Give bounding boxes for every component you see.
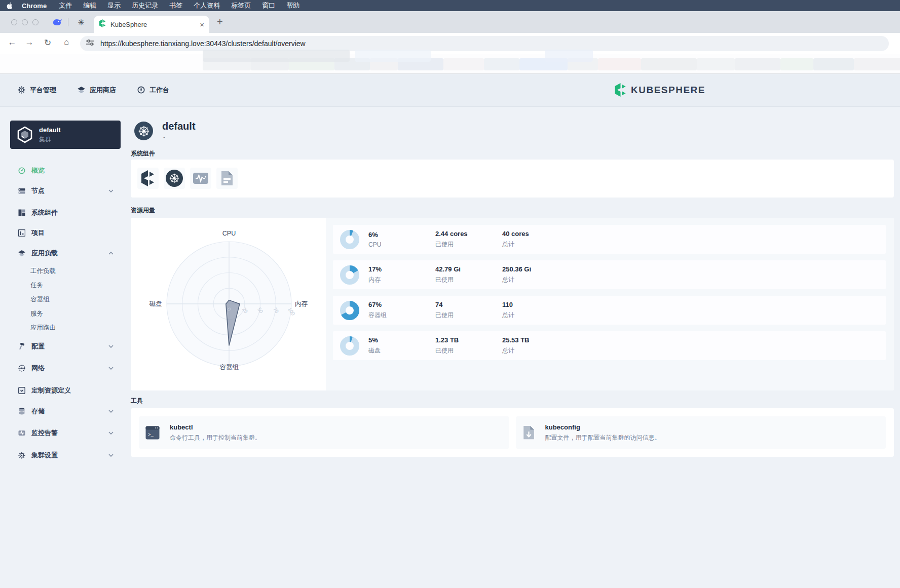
chrome-toolbar: ← → ↻ ⌂ [0,33,900,54]
menubar-item-edit[interactable]: 编辑 [83,1,96,10]
workloads-layers-icon [18,249,26,257]
sidebar-item-label: 监控告警 [31,428,58,438]
tab-title: KubeSphere [110,21,197,28]
nav-workbench-label: 工作台 [149,86,169,95]
kubeconfig-tool[interactable]: kubeconfig 配置文件，用于配置当前集群的访问信息。 [516,416,886,449]
sidebar-item-label: 项目 [31,228,45,238]
menubar-item-bookmarks[interactable]: 书签 [169,1,182,10]
forward-icon[interactable]: → [23,37,35,48]
nodes-icon [18,187,26,195]
system-components-card [131,160,894,198]
pods-label: 容器组 [368,311,435,320]
menubar-item-file[interactable]: 文件 [59,1,72,10]
nav-workbench[interactable]: 工作台 [137,86,169,95]
bookmark-item[interactable] [443,58,484,70]
kubectl-tool[interactable]: >_ kubectl 命令行工具，用于控制当前集群。 [139,416,509,449]
component-kubernetes[interactable] [164,168,185,189]
browser-tab-kubesphere[interactable]: KubeSphere × [94,16,209,33]
cluster-selector-card[interactable]: default 集群 [10,121,121,149]
openai-extension-icon[interactable]: ✳ [76,17,86,27]
bookmark-item[interactable] [735,58,780,70]
nav-platform-management[interactable]: 平台管理 [18,86,56,95]
cpu-total: 40 cores [502,230,569,238]
home-icon[interactable]: ⌂ [60,37,72,47]
bookmark-ghost [355,50,431,62]
chevron-down-icon[interactable] [108,345,114,348]
bookmark-item[interactable] [697,58,735,70]
sidebar-subitem-services[interactable]: 服务 [10,307,121,320]
disk-label: 磁盘 [368,346,435,355]
cluster-hexagon-icon [17,126,33,143]
kubesphere-logo-text: KUBESPHERE [631,85,705,96]
sidebar-item-projects[interactable]: 项目 [10,227,121,239]
menubar-item-help[interactable]: 帮助 [286,1,299,10]
stat-row-pods: 67%容器组 74已使用 110总计 [333,296,886,325]
chevron-down-icon[interactable] [108,410,114,413]
chevron-down-icon[interactable] [108,367,114,370]
component-kubesphere[interactable] [137,168,159,189]
gear-icon [18,86,25,94]
bookmark-item[interactable] [598,58,641,70]
monitoring-pulse-icon [18,429,26,437]
url-input[interactable] [99,39,883,48]
tab-close-icon[interactable]: × [200,20,204,29]
chevron-up-icon[interactable] [108,252,114,255]
menubar-item-history[interactable]: 历史记录 [132,1,158,10]
window-zoom-button[interactable] [32,19,39,25]
kubesphere-header: 平台管理 应用商店 工作台 KUBESPHERE [0,73,900,107]
menubar-item-view[interactable]: 显示 [107,1,121,10]
bookmark-item[interactable] [854,58,900,70]
svg-text:>_: >_ [148,433,154,438]
nav-app-store[interactable]: 应用商店 [78,86,116,95]
sidebar-item-cluster-settings[interactable]: 集群设置 [10,449,121,461]
chevron-down-icon[interactable] [108,189,114,192]
sidebar-item-crd[interactable]: 定制资源定义 [10,384,121,397]
menubar-item-profiles[interactable]: 个人资料 [194,1,220,10]
new-tab-button[interactable]: + [217,16,223,28]
omnibox[interactable] [80,36,889,51]
chrome-tabstrip: ✳ KubeSphere × + [0,11,900,33]
sidebar-item-network[interactable]: 网络 [10,362,121,374]
window-close-button[interactable] [11,19,17,25]
disk-percent: 5% [368,336,435,344]
bookmark-ghost [545,50,593,62]
sidebar-item-configuration[interactable]: 配置 [10,340,121,352]
sidebar-item-system-components[interactable]: 系统组件 [10,207,121,219]
chevron-down-icon[interactable] [108,454,114,457]
tune-icon[interactable] [86,39,94,48]
resource-radar-chart: CPU 内存 容器组 磁盘 0 25 50 75 100 [131,218,326,390]
tools-card: >_ kubectl 命令行工具，用于控制当前集群。 kubeconfig 配置… [131,408,894,457]
sidebar-item-storage[interactable]: 存储 [10,405,121,417]
sidebar-item-monitoring[interactable]: 监控告警 [10,427,121,439]
app-store-icon [78,87,85,94]
component-monitoring[interactable] [190,168,211,189]
bookmark-item[interactable] [780,58,813,70]
whale-extension-icon[interactable] [52,17,62,27]
chevron-down-icon[interactable] [108,432,114,435]
network-globe-icon [18,364,26,372]
back-icon[interactable]: ← [6,37,18,48]
bookmarks-bar[interactable] [0,54,900,74]
component-logging[interactable] [216,168,238,189]
sidebar-subitem-jobs[interactable]: 任务 [10,279,121,291]
bookmark-item[interactable] [813,58,854,70]
bookmark-item[interactable] [484,58,519,70]
sidebar-item-app-workloads[interactable]: 应用负载 [10,247,121,259]
sidebar-item-overview[interactable]: 概览 [10,165,121,177]
menubar-item-tabs[interactable]: 标签页 [231,1,251,10]
cpu-used: 2.44 cores [435,230,502,238]
nav-platform-management-label: 平台管理 [30,86,56,95]
sidebar-subitem-pods[interactable]: 容器组 [10,293,121,305]
sidebar-subitem-routes[interactable]: 应用路由 [10,322,121,334]
sidebar-item-nodes[interactable]: 节点 [10,185,121,197]
menubar-item-window[interactable]: 窗口 [262,1,275,10]
sidebar-subitem-workloads[interactable]: 工作负载 [10,265,121,277]
menubar-app-name[interactable]: Chrome [22,2,47,10]
bookmark-item[interactable] [641,58,697,70]
kubesphere-logo: KUBESPHERE [615,73,705,106]
apple-icon[interactable] [6,2,13,10]
window-minimize-button[interactable] [22,19,28,25]
reload-icon[interactable]: ↻ [42,37,54,48]
macos-menubar: Chrome 文件 编辑 显示 历史记录 书签 个人资料 标签页 窗口 帮助 [0,0,900,11]
section-label-resources: 资源用量 [131,206,155,215]
